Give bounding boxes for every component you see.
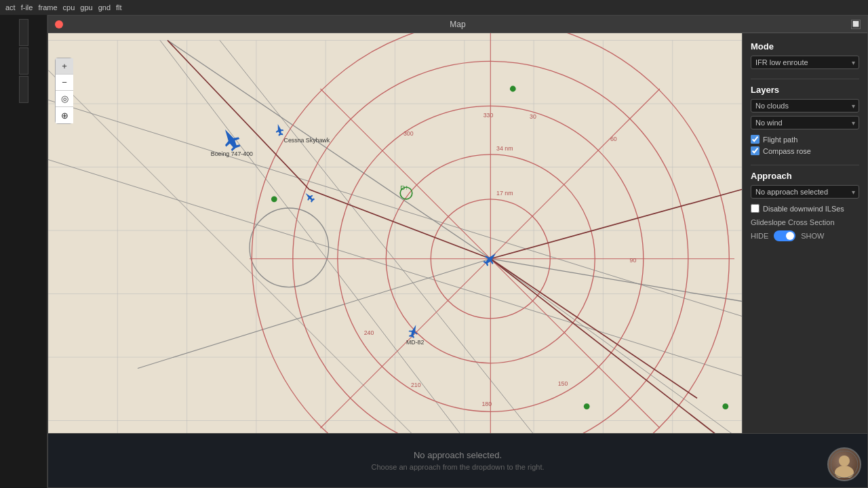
svg-text:17 nm: 17 nm (496, 190, 513, 197)
compass-rose-label: Compass rose (763, 147, 811, 155)
menu-act[interactable]: act (5, 3, 16, 12)
map-view[interactable]: + − ◎ ⊕ (48, 33, 742, 487)
sidebar-icon-1 (19, 19, 28, 46)
avatar-image (831, 451, 858, 478)
menu-cpu[interactable]: cpu (63, 3, 75, 12)
approach-label: Approach (751, 171, 859, 181)
avatar (827, 447, 861, 481)
clouds-dropdown[interactable]: No clouds Few clouds Overcast (751, 99, 859, 113)
layers-label: Layers (751, 85, 859, 95)
window-titlebar: Map (48, 16, 867, 33)
svg-text:300: 300 (403, 130, 414, 137)
svg-text:90: 90 (630, 257, 637, 264)
svg-point-55 (839, 455, 850, 466)
mode-section: Mode IFR low enroute IFR high enroute VF… (751, 41, 859, 69)
window-title: Map (450, 20, 465, 29)
glideslope-section: Glideslope Cross Section HIDE SHOW (751, 218, 859, 241)
svg-point-50 (510, 86, 516, 92)
zoom-in-button[interactable]: + (56, 58, 73, 75)
glideslope-label: Glideslope Cross Section (751, 218, 859, 226)
center-button[interactable]: ⊕ (56, 107, 73, 123)
flight-path-checkbox[interactable] (751, 135, 760, 144)
divider-1 (751, 79, 859, 79)
flight-path-label: Flight path (763, 136, 797, 144)
mode-dropdown-wrapper: IFR low enroute IFR high enroute VFR (751, 56, 859, 69)
zoom-out-button[interactable]: − (56, 75, 73, 91)
top-menu-bar: act f-ile frame cpu gpu gnd flt (0, 0, 868, 15)
menu-frame[interactable]: frame (38, 3, 57, 12)
svg-text:60: 60 (610, 136, 617, 142)
expand-button[interactable] (851, 20, 861, 29)
svg-point-51 (584, 403, 590, 409)
toggle-show-label: SHOW (801, 232, 824, 240)
toggle-hide-label: HIDE (751, 232, 768, 240)
svg-text:150: 150 (558, 380, 568, 387)
divider-2 (751, 165, 859, 165)
approach-dropdown-wrapper: No approach selected ILS 28R VOR 28 (751, 185, 859, 199)
boeing-label: Boeing 747-400 (211, 150, 253, 157)
wind-dropdown[interactable]: No wind Light wind Strong wind (751, 116, 859, 129)
map-svg: 330 300 240 210 180 150 90 60 30 34 nm 1… (48, 33, 742, 487)
glideslope-toggle[interactable] (774, 230, 795, 241)
bottom-bar: No approach selected. Choose an approach… (48, 433, 867, 487)
glideslope-toggle-row: HIDE SHOW (751, 230, 859, 241)
svg-point-52 (722, 403, 728, 409)
clouds-dropdown-wrapper: No clouds Few clouds Overcast (751, 99, 859, 113)
compass-rose-row: Compass rose (751, 146, 859, 155)
flight-path-row: Flight path (751, 135, 859, 144)
menu-file[interactable]: f-ile (21, 3, 33, 12)
menu-gpu[interactable]: gpu (80, 3, 92, 12)
toggle-slider (774, 230, 795, 241)
menu-flt[interactable]: flt (116, 3, 122, 12)
approach-dropdown[interactable]: No approach selected ILS 28R VOR 28 (751, 185, 859, 199)
mode-label: Mode (751, 41, 859, 52)
svg-text:30: 30 (530, 113, 536, 120)
sidebar-icon-3 (19, 76, 28, 103)
layers-section: Layers No clouds Few clouds Overcast No … (751, 85, 859, 155)
map-window: Map + − ◎ ⊕ (47, 15, 868, 488)
wind-dropdown-wrapper: No wind Light wind Strong wind (751, 116, 859, 129)
cessna-label: Cessna Skyhawk (284, 137, 330, 144)
disable-downwind-checkbox[interactable] (751, 204, 760, 213)
svg-point-49 (271, 196, 277, 202)
svg-text:D↑: D↑ (400, 184, 408, 191)
disable-downwind-row: Disable downwind ILSes (751, 204, 859, 213)
svg-text:330: 330 (484, 112, 494, 119)
sidebar-icon-2 (19, 47, 28, 75)
md82-label: MD-82 (406, 339, 425, 346)
svg-text:180: 180 (481, 401, 492, 407)
svg-text:34 nm: 34 nm (496, 145, 513, 152)
choose-approach-text: Choose an approach from the dropdown to … (372, 463, 545, 471)
svg-text:240: 240 (364, 329, 374, 336)
mode-dropdown[interactable]: IFR low enroute IFR high enroute VFR (751, 56, 859, 69)
svg-text:210: 210 (411, 382, 421, 388)
close-button[interactable] (55, 20, 63, 28)
approach-section: Approach No approach selected ILS 28R VO… (751, 171, 859, 241)
right-panel: Mode IFR low enroute IFR high enroute VF… (742, 33, 867, 487)
left-sidebar (0, 15, 47, 488)
menu-gnd[interactable]: gnd (98, 3, 111, 12)
map-toolbar: + − ◎ ⊕ (55, 58, 73, 124)
disable-downwind-label: Disable downwind ILSes (763, 205, 844, 213)
compass-rose-checkbox[interactable] (751, 146, 760, 155)
compass-button[interactable]: ◎ (56, 91, 73, 107)
no-approach-text: No approach selected. (414, 450, 502, 460)
